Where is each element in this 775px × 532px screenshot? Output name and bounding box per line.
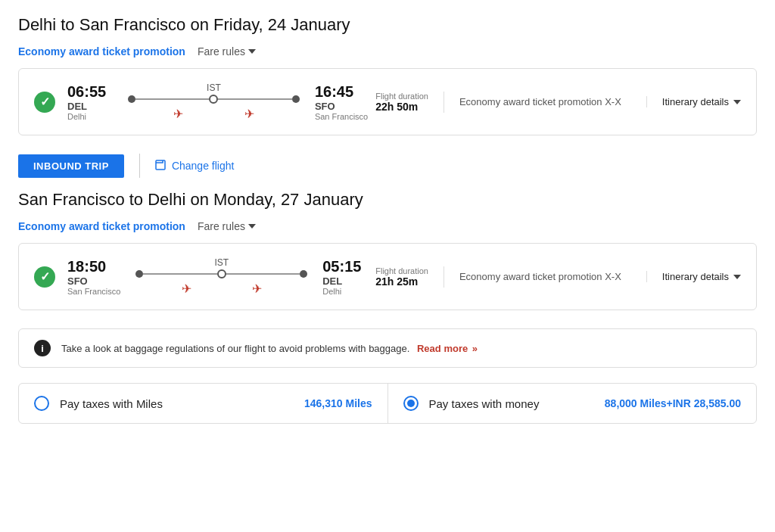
outbound-itinerary-link[interactable]: Itinerary details [662,96,741,107]
inbound-itinerary-chevron-icon [733,275,741,279]
pay-money-radio[interactable] [403,396,419,411]
change-flight-icon [155,160,167,172]
route-start-dot [128,95,135,103]
route-end-dot [292,95,300,103]
outbound-duration: Flight duration 22h 50m [368,92,444,113]
outbound-check-icon [34,92,55,113]
pay-money-radio-fill [407,400,415,407]
baggage-notice: i Take a look at baggage regulations of … [18,328,757,368]
inbound-plane-icon-1: ✈ [182,282,191,296]
header-divider [139,154,140,178]
route-line [128,95,300,104]
inbound-fare-link[interactable]: Economy award ticket promotion [18,220,185,232]
inbound-promotion-label: Economy award ticket promotion X-X [459,271,647,282]
pay-with-money-option[interactable]: Pay taxes with money 88,000 Miles+INR 28… [388,384,757,423]
inbound-flight-card: 18:50 SFO San Francisco IST ✈ ✈ 05:15 DE… [18,243,757,310]
inbound-stopover-icons: ✈ ✈ [135,282,307,296]
inbound-fare-rules-btn[interactable]: Fare rules [198,220,256,232]
inbound-section: INBOUND TRIP Change flight San Francisco… [18,154,757,310]
pay-miles-label: Pay taxes with Miles [60,397,163,410]
plane-icon-2: ✈ [244,107,254,121]
outbound-promotion-label: Economy award ticket promotion X-X [459,96,647,107]
plane-icon-1: ✈ [173,107,183,121]
outbound-flight-card: 06:55 DEL Delhi IST ✈ ✈ 16:45 SFO San Fr… [18,68,757,135]
inbound-fare-row: Economy award ticket promotion Fare rule… [18,220,757,232]
inbound-fare-chevron-icon [248,224,256,229]
baggage-text: Take a look at baggage regulations of ou… [61,343,478,354]
inbound-duration: Flight duration 21h 25m [368,266,444,288]
inbound-route-mid-dot [217,269,226,278]
chevron-down-icon [248,49,256,54]
info-icon: i [34,340,51,356]
itinerary-chevron-icon [733,100,741,104]
outbound-fare-row: Economy award ticket promotion Fare rule… [18,45,757,58]
inbound-check-icon [34,266,55,288]
pay-with-miles-option[interactable]: Pay taxes with Miles 146,310 Miles [19,384,388,423]
svg-rect-0 [156,160,165,170]
pay-money-amount: 88,000 Miles+INR 28,585.00 [605,397,741,409]
outbound-stopover-icons: ✈ ✈ [128,107,300,121]
inbound-badge: INBOUND TRIP [18,154,124,178]
outbound-fare-link[interactable]: Economy award ticket promotion [18,45,185,58]
inbound-route-start-dot [135,270,143,278]
inbound-line-seg2 [226,273,300,275]
outbound-arrival: 16:45 SFO San Francisco [315,83,368,121]
read-more-link[interactable]: Read more [417,343,468,354]
inbound-line-seg1 [143,273,216,275]
inbound-plane-icon-2: ✈ [252,282,262,296]
inbound-route-visual: IST ✈ ✈ [120,257,322,296]
inbound-route-line [135,269,307,278]
inbound-title: San Francisco to Delhi on Monday, 27 Jan… [18,190,757,210]
outbound-route-visual: IST ✈ ✈ [113,82,315,121]
pay-money-label: Pay taxes with money [429,397,540,410]
double-chevron-icon: » [472,343,478,354]
route-line-seg1 [135,98,209,100]
route-mid-dot [209,95,218,104]
pay-miles-radio[interactable] [34,396,49,411]
outbound-departure: 06:55 DEL Delhi [67,83,113,121]
inbound-route-end-dot [300,270,307,278]
change-flight-button[interactable]: Change flight [155,160,235,172]
outbound-fare-rules-btn[interactable]: Fare rules [198,45,256,58]
inbound-header: INBOUND TRIP Change flight [18,154,757,178]
inbound-itinerary-link[interactable]: Itinerary details [662,271,741,282]
outbound-title: Delhi to San Francisco on Friday, 24 Jan… [18,15,757,35]
route-line-seg2 [218,98,291,100]
inbound-arrival: 05:15 DEL Delhi [322,258,368,296]
payment-options: Pay taxes with Miles 146,310 Miles Pay t… [18,383,757,424]
inbound-departure: 18:50 SFO San Francisco [67,258,120,296]
pay-miles-amount: 146,310 Miles [304,397,372,409]
